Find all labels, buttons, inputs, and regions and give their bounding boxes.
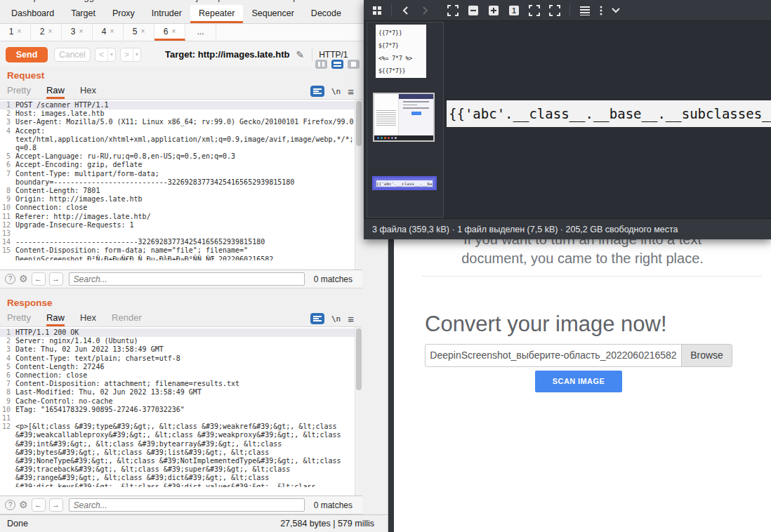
close-icon[interactable]: × xyxy=(79,27,83,35)
close-icon[interactable]: × xyxy=(17,27,21,35)
code-line: &#39;NoneType&#39;&gt;, &lt;class &#39;N… xyxy=(0,457,362,465)
http-version-selector[interactable]: HTTP/1 xyxy=(319,50,348,60)
tab-comparer[interactable]: Comparer xyxy=(14,0,55,2)
back-request-button[interactable]: < ▼ xyxy=(95,48,116,62)
tab-sequencer[interactable]: Sequencer xyxy=(243,5,302,23)
scrollbar-thumb[interactable] xyxy=(356,101,362,146)
repeater-tab-2[interactable]: 2× xyxy=(31,24,62,41)
search-next-button[interactable]: → xyxy=(49,498,63,512)
repeater-tab-more[interactable]: ... xyxy=(185,24,216,41)
repeater-tab-3[interactable]: 3× xyxy=(62,24,93,41)
tab-project-options[interactable]: Project options xyxy=(182,0,242,2)
tab-user-options[interactable]: User options xyxy=(266,0,317,2)
layout-tabs-icon[interactable] xyxy=(348,60,360,69)
repeater-tab-5[interactable]: 5× xyxy=(124,24,154,41)
close-icon[interactable]: × xyxy=(171,27,176,35)
help-icon[interactable]: ? xyxy=(5,500,15,510)
search-next-button[interactable]: → xyxy=(49,272,63,286)
scan-image-button[interactable]: SCAN IMAGE xyxy=(535,371,622,392)
search-match-count: 0 matches xyxy=(314,500,352,510)
back-icon[interactable] xyxy=(401,6,411,15)
thumbnail-selected-payload-strip[interactable]: {{'abc'.__class__.__base__.__subclasses_… xyxy=(374,178,435,188)
code-line: &#39;dict_keys&#39;&gt;, &lt;class &#39;… xyxy=(0,483,362,487)
tab-decoder[interactable]: Decode xyxy=(303,5,350,23)
burp-tab-bar-row1: Comparer Logger Extender Project options… xyxy=(0,0,388,5)
show-newlines-icon[interactable]: \n xyxy=(331,87,341,96)
syntax-highlight-icon[interactable] xyxy=(310,313,324,324)
tab-pretty[interactable]: Pretty xyxy=(7,84,31,99)
chevron-down-icon[interactable]: ▼ xyxy=(133,48,140,61)
request-editor[interactable]: 1POST /scanner HTTP/1.12Host: images.lat… xyxy=(0,99,362,270)
zoom-in-icon[interactable] xyxy=(488,5,499,16)
chevron-down-icon[interactable]: ▼ xyxy=(107,48,115,61)
syntax-highlight-icon[interactable] xyxy=(310,86,324,97)
tab-learn[interactable]: Lear xyxy=(337,0,355,2)
tab-raw[interactable]: Raw xyxy=(46,84,65,99)
layout-rows-icon[interactable] xyxy=(331,60,343,69)
repeater-tab-4[interactable]: 4× xyxy=(93,24,124,41)
tab-raw[interactable]: Raw xyxy=(46,311,65,326)
forward-icon[interactable] xyxy=(420,6,430,15)
kebab-menu-icon[interactable] xyxy=(600,6,602,15)
search-input[interactable] xyxy=(69,272,305,286)
show-newlines-icon[interactable]: \n xyxy=(331,314,341,324)
tab-pretty[interactable]: Pretty xyxy=(7,311,31,326)
hamburger-menu-icon[interactable]: ≡ xyxy=(348,313,354,325)
send-button[interactable]: Send xyxy=(6,47,48,62)
list-view-icon[interactable] xyxy=(579,6,591,15)
repeater-tab-1[interactable]: 1× xyxy=(0,24,31,41)
layout-columns-icon[interactable] xyxy=(315,60,327,69)
help-icon[interactable]: ? xyxy=(5,274,15,284)
tab-intruder[interactable]: Intruder xyxy=(143,5,190,23)
code-line: q=0.8 xyxy=(0,144,362,152)
search-input[interactable] xyxy=(69,498,305,512)
fit-height-icon[interactable] xyxy=(549,5,560,16)
thumbnail-screenshot-image[interactable] xyxy=(373,93,435,142)
file-upload-input[interactable]: DeepinScreenshot_выберите-область_202206… xyxy=(425,344,732,367)
fit-window-icon[interactable] xyxy=(447,5,459,16)
forward-request-button[interactable]: > ▼ xyxy=(120,48,141,62)
tab-dashboard[interactable]: Dashboard xyxy=(3,5,62,23)
cancel-button[interactable]: Cancel xyxy=(54,48,91,62)
burp-tab-bar-row2: Dashboard Target Proxy Intruder Repeater… xyxy=(0,5,388,24)
repeater-tab-strip: 1× 2× 3× 4× 5× 6× ... xyxy=(0,24,388,41)
tab-extender[interactable]: Extender xyxy=(122,0,159,2)
scrollbar-thumb[interactable] xyxy=(356,328,362,390)
hamburger-menu-icon[interactable]: ≡ xyxy=(348,86,354,98)
thumbnail-payload-image[interactable]: {{7*7}} ${7*7} <%= 7*7 %> ${{7*7}} xyxy=(376,25,426,78)
code-line: 1HTTP/1.1 200 OK xyxy=(0,328,362,337)
scrollbar[interactable] xyxy=(355,327,362,496)
fm-toolbar: 1 xyxy=(364,0,771,21)
tab-render[interactable]: Render xyxy=(112,311,142,326)
edit-pencil-icon[interactable]: ✎ xyxy=(296,49,304,60)
grid-view-icon[interactable] xyxy=(372,6,382,15)
response-viewer[interactable]: 1HTTP/1.1 200 OK2Server: nginx/1.14.0 (U… xyxy=(0,326,362,496)
chevron-down-icon[interactable] xyxy=(612,8,620,13)
gear-icon[interactable]: ⚙ xyxy=(19,274,28,284)
scrollbar[interactable] xyxy=(355,100,362,270)
zoom-out-icon[interactable] xyxy=(468,5,479,16)
code-line: 9Origin: http://images.late.htb xyxy=(0,195,362,204)
tab-proxy[interactable]: Proxy xyxy=(104,5,143,23)
tab-hex[interactable]: Hex xyxy=(80,84,96,99)
code-line: 13 xyxy=(0,230,362,238)
close-icon[interactable]: × xyxy=(140,27,145,35)
gear-icon[interactable]: ⚙ xyxy=(19,500,28,510)
fm-status-text: 3 файла (359,3 kB) · 1 файл выделен (7,5… xyxy=(372,225,678,234)
svg-text:1: 1 xyxy=(512,7,516,15)
close-icon[interactable]: × xyxy=(110,27,114,35)
search-prev-button[interactable]: ← xyxy=(32,272,46,286)
request-title: Request xyxy=(0,67,362,81)
tab-repeater[interactable]: Repeater xyxy=(190,5,243,23)
fit-width-icon[interactable] xyxy=(529,5,540,16)
response-search-bar: ? ⚙ ← → 0 matches xyxy=(0,496,362,514)
close-icon[interactable]: × xyxy=(48,27,52,35)
tab-hex[interactable]: Hex xyxy=(80,311,96,326)
search-prev-button[interactable]: ← xyxy=(32,498,46,512)
repeater-tab-6[interactable]: 6× xyxy=(154,24,185,41)
actual-size-icon[interactable]: 1 xyxy=(508,5,520,16)
browse-button[interactable]: Browse xyxy=(681,345,732,366)
tab-target[interactable]: Target xyxy=(62,5,104,23)
tab-logger[interactable]: Logger xyxy=(74,0,102,2)
status-done: Done xyxy=(7,519,28,528)
